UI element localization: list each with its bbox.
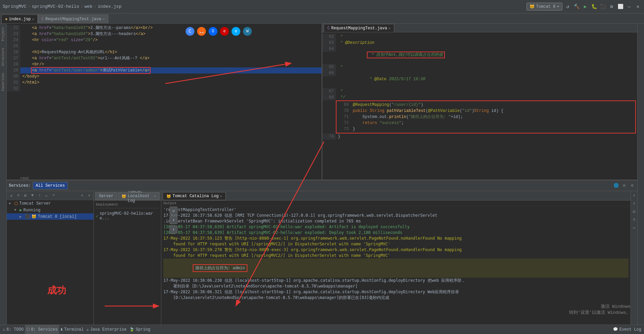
code-annotation-box: 69 @RequestMapping("/user/{id}") 70 publ… (336, 100, 636, 133)
breadcrumb-web[interactable]: web (84, 4, 92, 9)
log-line-7: found for HTTP request with URI [/spring… (163, 241, 628, 247)
rcode-line-67: 67 * (322, 88, 637, 94)
filter-icon[interactable]: ▼ (29, 192, 35, 199)
log-line-9: found for HTTP request with URI [/spring… (163, 253, 628, 259)
status-event-log[interactable]: 💬 Event Log (612, 325, 643, 334)
rcode-line-65: 65 * (322, 64, 637, 70)
output-header: Output (161, 201, 630, 206)
log-line-2: 17-May-2022 16:37:58.620 信息 [RMI TCP Con… (163, 213, 628, 218)
top-bar: SpringMVC › springMVC-02-hello › web › i… (0, 0, 644, 13)
tomcat8-icon: 🐱 (31, 214, 36, 219)
refresh-icon[interactable]: ↺ (564, 3, 571, 10)
debug-button[interactable]: 🐛 (591, 3, 597, 10)
java-enterprise-icon: ☕ (86, 327, 89, 332)
group-icon[interactable]: ⊞ (22, 192, 28, 199)
stop-button[interactable]: ⬛ (599, 3, 606, 10)
status-terminal[interactable]: ▮ Terminal (59, 325, 85, 334)
run-config-selector[interactable]: 🐱 Tomcat 8 ▾ (527, 3, 562, 10)
log-line-13: 17-May-2022 16:38:06.321 信息 [localhost-s… (163, 289, 628, 295)
panel-gear-icon[interactable]: ⚙ (629, 183, 635, 189)
run-button[interactable]: ▶ (582, 3, 589, 10)
output-area: 🐱 Tomcat Catalina Log ✕ Output 'requestM… (161, 191, 630, 325)
tab-tomcat-localhost-log[interactable]: 🐱 Tomcat Localhost Log ✕ (118, 192, 160, 200)
status-todo[interactable]: ⚠ 6: TODO (1, 325, 25, 334)
close-window-icon[interactable]: ✕ (635, 3, 641, 10)
status-bar: ⚠ 6: TODO ⬡ 8: Services ▮ Terminal ☕ Jav… (0, 325, 644, 334)
edit-icon[interactable]: ✏ (44, 192, 50, 199)
tab-index-jsp[interactable]: ◈ index.jsp ✕ (1, 14, 38, 23)
code-line-29: 29 <a href="antTest/user/admin">测试PathVa… (7, 67, 322, 73)
refresh-services-icon[interactable]: ↺ (8, 192, 14, 199)
opera-icon[interactable]: O (209, 27, 217, 36)
build-icon[interactable]: 🔨 (573, 3, 580, 10)
log-line-highlight: 路径上的占位符为: admin (163, 259, 628, 278)
deploy-btn[interactable]: ⬆ (169, 216, 178, 224)
vtab-favorites[interactable]: Favorites (1, 73, 5, 91)
expand-tomcat8-icon: ▶ (20, 215, 24, 219)
rcode-line-74: 74 } (322, 133, 637, 140)
code-line-26: 26 <h1>RequestMapping-Ant风格的URL</h1> (7, 49, 322, 55)
undeploy-icon[interactable]: ⬇ (86, 192, 92, 199)
settings-icon[interactable]: ⚙ (608, 3, 615, 10)
breadcrumb-project[interactable]: springMVC-02-hello (32, 4, 79, 9)
tab-server[interactable]: Server (95, 192, 117, 200)
panel-globe-icon[interactable]: 🌐 (613, 183, 619, 189)
java-icon-right: C (327, 26, 330, 31)
breadcrumb-springmvc[interactable]: SpringMVC (3, 4, 26, 9)
minimize-icon[interactable]: — (626, 3, 633, 10)
status-services[interactable]: ⬡ 8: Services (25, 325, 59, 334)
scroll-top-icon[interactable]: ⬆ (631, 192, 637, 199)
ie-icon[interactable]: e (220, 27, 229, 36)
tab-right-requestmapping[interactable]: C RequestMappingTest.java ✕ (324, 24, 394, 32)
vtab-project[interactable]: Project (1, 27, 5, 41)
close-tab-requestmapping[interactable]: ✕ (103, 17, 105, 21)
tab-tomcat-catalina-log[interactable]: 🐱 Tomcat Catalina Log ✕ (163, 192, 226, 200)
close-tab-right[interactable]: ✕ (388, 26, 391, 30)
close-tab-index-jsp[interactable]: ✕ (32, 17, 34, 21)
edge-icon[interactable]: e (232, 27, 240, 36)
collapse-icon[interactable]: ≡ (15, 192, 21, 199)
deploy-icon[interactable]: ⬆ (79, 192, 85, 199)
firefox-icon[interactable]: 🦊 (197, 27, 206, 36)
add-services-icon[interactable]: + (51, 192, 57, 199)
scroll-bottom-icon[interactable]: ⬇ (631, 201, 637, 207)
all-services-tab[interactable]: All Services (33, 182, 68, 189)
chrome-icon[interactable]: C (186, 27, 194, 36)
log-line-3: .initServletBean FrameworkServlet 'Sprin… (163, 218, 628, 224)
status-java-enterprise[interactable]: ☕ Java Enterprise (85, 325, 128, 334)
tree-item-running[interactable]: ▼ ▶ Running (7, 207, 93, 213)
status-spring[interactable]: 🍃 Spring (128, 325, 152, 334)
code-line-25: 25 (7, 43, 322, 49)
maximize-icon[interactable]: ⬜ (617, 3, 624, 10)
log-line-12: 署到目录 [D:\Java\servlet2\noteAndSorce\apac… (163, 283, 628, 289)
close-tab-localhost-log[interactable]: ✕ (154, 194, 156, 198)
log-line-11: 17-May-2022 16:38:06.230 信息 [localhost-s… (163, 278, 628, 283)
panel-header-icons: 🌐 ⚙ ⚙ (613, 183, 635, 189)
breadcrumb-file[interactable]: index.jsp (98, 4, 122, 9)
undeploy-btn[interactable]: ⬇ (169, 225, 178, 234)
vtab-structure[interactable]: Structure (1, 48, 5, 66)
panel-settings-icon[interactable]: ⚙ (621, 183, 627, 189)
tab-requestmapping-java[interactable]: C RequestMappingTest.java ✕ (38, 14, 108, 23)
code-line-28: 28 <br/> (7, 61, 322, 67)
spring-icon: 🍃 (129, 327, 134, 332)
browser6-icon[interactable]: W (243, 27, 252, 36)
code-line-23: 23 <a href="haha/handle04">3.属性方法---head… (7, 31, 322, 37)
rcode-line-68: 68 */ (322, 94, 637, 100)
restart-server-btn[interactable]: ↺ (169, 207, 178, 215)
deploy-check-icon: ✓ (96, 214, 98, 219)
tree-item-tomcat-server[interactable]: ▼ ⬡ Tomcat Server (7, 200, 93, 207)
event-log-icon: 💬 (613, 327, 618, 332)
log-line-6: 17-May-2022 16:37:59.123 警告 [http-nio-80… (163, 236, 628, 241)
wrap-icon[interactable]: ↩ (631, 225, 637, 231)
close-tab-catalina-log[interactable]: ✕ (220, 194, 222, 198)
tomcat-icon: 🐱 (530, 4, 535, 9)
filter-log-icon[interactable]: ≡ (631, 217, 637, 223)
sort-icon[interactable]: ↕ (36, 192, 43, 199)
tree-item-tomcat8[interactable]: ▶ ⬛ 🐱 Tomcat 8 [local] (7, 213, 93, 220)
top-bar-left: SpringMVC › springMVC-02-hello › web › i… (3, 4, 527, 9)
expand-tomcat-icon: ▼ (9, 202, 13, 206)
tree-container: ▼ ⬡ Tomcat Server ▼ ▶ Running ▶ ⬛ 🐱 (7, 200, 93, 220)
clear-log-icon[interactable]: ⊡ (631, 209, 637, 215)
code-line-22: 22 <a href="haha/handle03">2.属性方法--param… (7, 25, 322, 31)
